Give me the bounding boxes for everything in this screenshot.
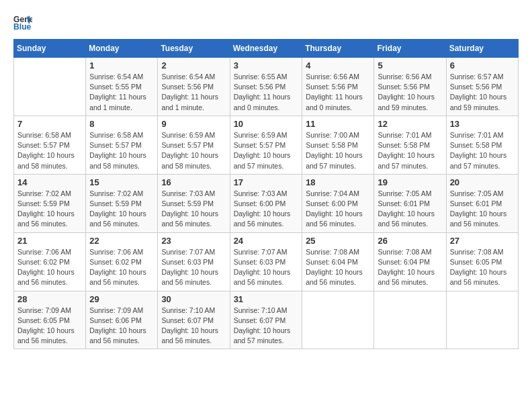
day-info: Sunrise: 7:06 AMSunset: 6:02 PMDaylight:… xyxy=(89,247,154,288)
calendar-table: SundayMondayTuesdayWednesdayThursdayFrid… xyxy=(13,39,519,349)
calendar-cell: 11Sunrise: 7:00 AMSunset: 5:58 PMDayligh… xyxy=(302,116,374,174)
calendar-cell: 31Sunrise: 7:10 AMSunset: 6:07 PMDayligh… xyxy=(230,291,302,349)
day-info: Sunrise: 7:02 AMSunset: 5:59 PMDaylight:… xyxy=(89,189,154,230)
logo: General Blue xyxy=(13,13,32,32)
day-number: 7 xyxy=(17,119,82,129)
day-info: Sunrise: 7:01 AMSunset: 5:58 PMDaylight:… xyxy=(450,130,515,171)
day-number: 22 xyxy=(89,236,154,246)
day-number: 24 xyxy=(234,236,299,246)
calendar-cell: 16Sunrise: 7:03 AMSunset: 5:59 PMDayligh… xyxy=(158,174,230,232)
day-info: Sunrise: 6:59 AMSunset: 5:57 PMDaylight:… xyxy=(234,130,299,171)
day-number: 11 xyxy=(306,119,370,129)
day-info: Sunrise: 6:54 AMSunset: 5:55 PMDaylight:… xyxy=(89,72,154,113)
day-number: 27 xyxy=(450,236,515,246)
header-day: Friday xyxy=(374,40,446,58)
calendar-cell: 20Sunrise: 7:05 AMSunset: 6:01 PMDayligh… xyxy=(446,174,518,232)
day-number: 8 xyxy=(89,119,154,129)
calendar-cell: 9Sunrise: 6:59 AMSunset: 5:57 PMDaylight… xyxy=(158,116,230,174)
day-number: 21 xyxy=(17,236,82,246)
day-info: Sunrise: 6:57 AMSunset: 5:56 PMDaylight:… xyxy=(450,72,515,113)
day-number: 15 xyxy=(89,177,154,187)
day-number: 9 xyxy=(161,119,226,129)
calendar-cell: 15Sunrise: 7:02 AMSunset: 5:59 PMDayligh… xyxy=(86,174,158,232)
day-number: 25 xyxy=(306,236,370,246)
calendar-week-row: 28Sunrise: 7:09 AMSunset: 6:05 PMDayligh… xyxy=(14,291,519,349)
day-number: 30 xyxy=(161,294,226,304)
day-number: 31 xyxy=(234,294,299,304)
calendar-week-row: 7Sunrise: 6:58 AMSunset: 5:57 PMDaylight… xyxy=(14,116,519,174)
day-number: 12 xyxy=(378,119,442,129)
day-info: Sunrise: 7:03 AMSunset: 5:59 PMDaylight:… xyxy=(161,189,226,230)
header-day: Thursday xyxy=(302,40,374,58)
svg-text:Blue: Blue xyxy=(13,22,32,32)
calendar-cell: 18Sunrise: 7:04 AMSunset: 6:00 PMDayligh… xyxy=(302,174,374,232)
page-header: General Blue xyxy=(13,13,519,32)
header-day: Tuesday xyxy=(158,40,230,58)
calendar-cell: 29Sunrise: 7:09 AMSunset: 6:06 PMDayligh… xyxy=(86,291,158,349)
calendar-week-row: 1Sunrise: 6:54 AMSunset: 5:55 PMDaylight… xyxy=(14,58,519,116)
day-number: 2 xyxy=(161,60,226,71)
day-number: 20 xyxy=(450,177,515,187)
day-info: Sunrise: 7:01 AMSunset: 5:58 PMDaylight:… xyxy=(378,130,442,171)
header-row: SundayMondayTuesdayWednesdayThursdayFrid… xyxy=(14,40,519,58)
day-info: Sunrise: 7:07 AMSunset: 6:03 PMDaylight:… xyxy=(234,247,299,288)
calendar-cell: 10Sunrise: 6:59 AMSunset: 5:57 PMDayligh… xyxy=(230,116,302,174)
header-day: Sunday xyxy=(14,40,86,58)
day-info: Sunrise: 7:08 AMSunset: 6:05 PMDaylight:… xyxy=(450,247,515,288)
day-info: Sunrise: 6:59 AMSunset: 5:57 PMDaylight:… xyxy=(161,130,226,171)
day-info: Sunrise: 7:05 AMSunset: 6:01 PMDaylight:… xyxy=(378,189,442,230)
calendar-cell: 30Sunrise: 7:10 AMSunset: 6:07 PMDayligh… xyxy=(158,291,230,349)
day-info: Sunrise: 6:56 AMSunset: 5:56 PMDaylight:… xyxy=(378,72,442,113)
day-number: 17 xyxy=(234,177,299,187)
day-number: 6 xyxy=(450,60,515,71)
day-number: 1 xyxy=(89,60,154,71)
calendar-cell: 4Sunrise: 6:56 AMSunset: 5:56 PMDaylight… xyxy=(302,58,374,116)
calendar-week-row: 14Sunrise: 7:02 AMSunset: 5:59 PMDayligh… xyxy=(14,174,519,232)
day-number: 13 xyxy=(450,119,515,129)
calendar-cell xyxy=(302,291,374,349)
calendar-cell: 13Sunrise: 7:01 AMSunset: 5:58 PMDayligh… xyxy=(446,116,518,174)
calendar-cell xyxy=(14,58,86,116)
calendar-cell xyxy=(446,291,518,349)
calendar-cell: 26Sunrise: 7:08 AMSunset: 6:04 PMDayligh… xyxy=(374,232,446,291)
calendar-cell: 17Sunrise: 7:03 AMSunset: 6:00 PMDayligh… xyxy=(230,174,302,232)
day-info: Sunrise: 7:06 AMSunset: 6:02 PMDaylight:… xyxy=(17,247,82,288)
calendar-cell: 24Sunrise: 7:07 AMSunset: 6:03 PMDayligh… xyxy=(230,232,302,291)
day-info: Sunrise: 6:54 AMSunset: 5:56 PMDaylight:… xyxy=(161,72,226,113)
calendar-cell: 22Sunrise: 7:06 AMSunset: 6:02 PMDayligh… xyxy=(86,232,158,291)
day-number: 26 xyxy=(378,236,442,246)
day-info: Sunrise: 7:07 AMSunset: 6:03 PMDaylight:… xyxy=(161,247,226,288)
calendar-cell: 12Sunrise: 7:01 AMSunset: 5:58 PMDayligh… xyxy=(374,116,446,174)
day-number: 28 xyxy=(17,294,82,304)
calendar-cell xyxy=(374,291,446,349)
day-number: 14 xyxy=(17,177,82,187)
header-day: Wednesday xyxy=(230,40,302,58)
day-info: Sunrise: 6:55 AMSunset: 5:56 PMDaylight:… xyxy=(234,72,299,113)
calendar-cell: 1Sunrise: 6:54 AMSunset: 5:55 PMDaylight… xyxy=(86,58,158,116)
day-info: Sunrise: 7:10 AMSunset: 6:07 PMDaylight:… xyxy=(161,306,226,347)
calendar-cell: 23Sunrise: 7:07 AMSunset: 6:03 PMDayligh… xyxy=(158,232,230,291)
day-number: 16 xyxy=(161,177,226,187)
day-number: 19 xyxy=(378,177,442,187)
day-info: Sunrise: 7:08 AMSunset: 6:04 PMDaylight:… xyxy=(306,247,370,288)
day-info: Sunrise: 7:09 AMSunset: 6:06 PMDaylight:… xyxy=(89,306,154,347)
calendar-cell: 25Sunrise: 7:08 AMSunset: 6:04 PMDayligh… xyxy=(302,232,374,291)
day-info: Sunrise: 6:58 AMSunset: 5:57 PMDaylight:… xyxy=(17,130,82,171)
calendar-cell: 6Sunrise: 6:57 AMSunset: 5:56 PMDaylight… xyxy=(446,58,518,116)
day-number: 3 xyxy=(234,60,299,71)
calendar-cell: 21Sunrise: 7:06 AMSunset: 6:02 PMDayligh… xyxy=(14,232,86,291)
header-day: Saturday xyxy=(446,40,518,58)
calendar-cell: 2Sunrise: 6:54 AMSunset: 5:56 PMDaylight… xyxy=(158,58,230,116)
day-number: 23 xyxy=(161,236,226,246)
day-info: Sunrise: 7:10 AMSunset: 6:07 PMDaylight:… xyxy=(234,306,299,347)
day-info: Sunrise: 7:08 AMSunset: 6:04 PMDaylight:… xyxy=(378,247,442,288)
logo-icon: General Blue xyxy=(13,13,32,32)
calendar-cell: 8Sunrise: 6:58 AMSunset: 5:57 PMDaylight… xyxy=(86,116,158,174)
day-number: 10 xyxy=(234,119,299,129)
calendar-cell: 19Sunrise: 7:05 AMSunset: 6:01 PMDayligh… xyxy=(374,174,446,232)
day-info: Sunrise: 7:00 AMSunset: 5:58 PMDaylight:… xyxy=(306,130,370,171)
day-info: Sunrise: 7:02 AMSunset: 5:59 PMDaylight:… xyxy=(17,189,82,230)
day-number: 18 xyxy=(306,177,370,187)
calendar-cell: 7Sunrise: 6:58 AMSunset: 5:57 PMDaylight… xyxy=(14,116,86,174)
calendar-cell: 14Sunrise: 7:02 AMSunset: 5:59 PMDayligh… xyxy=(14,174,86,232)
